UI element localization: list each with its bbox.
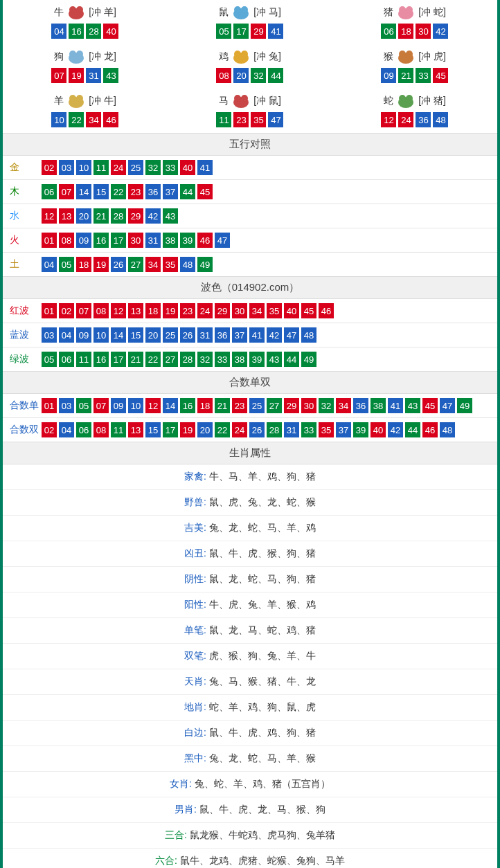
number-ball: 25: [249, 398, 265, 413]
number-ball: 18: [76, 257, 91, 272]
number-ball: 48: [440, 422, 455, 437]
number-ball: 04: [51, 24, 66, 39]
svg-point-5: [241, 6, 248, 13]
attr-val: 牛、虎、兔、羊、猴、鸡: [209, 599, 316, 610]
number-ball: 22: [111, 184, 126, 199]
ox-icon: [65, 4, 87, 21]
number-ball: 05: [59, 257, 74, 272]
attr-key: 阴性:: [184, 573, 206, 584]
number-ball: 38: [232, 352, 247, 367]
table-row: 红波 0102070812131819232429303435404546: [3, 299, 497, 323]
number-ball: 30: [301, 398, 316, 413]
svg-point-19: [69, 95, 76, 102]
number-ball: 35: [319, 422, 334, 437]
horse-icon: [230, 93, 252, 109]
zodiac-balls: 04162840: [3, 24, 168, 39]
number-ball: 34: [145, 257, 161, 272]
number-ball: 13: [128, 422, 143, 437]
number-ball: 47: [284, 327, 299, 343]
zodiac-name: 蛇: [384, 95, 393, 107]
zodiac-chong: [冲 虎]: [418, 51, 446, 63]
number-ball: 43: [163, 208, 178, 224]
number-ball: 32: [145, 160, 161, 175]
attr-val: 鼠、龙、蛇、马、狗、猪: [209, 573, 316, 584]
monkey-icon: [395, 48, 417, 65]
number-ball: 12: [42, 208, 57, 224]
number-ball: 40: [284, 303, 299, 318]
attr-val: 鼠、牛、虎、猴、狗、猪: [209, 548, 316, 559]
number-ball: 32: [251, 68, 266, 83]
number-ball: 08: [59, 233, 74, 248]
zodiac-balls: 08203244: [168, 68, 332, 83]
number-ball: 42: [145, 208, 161, 224]
number-ball: 45: [197, 184, 213, 199]
row-label: 木: [10, 186, 42, 198]
number-ball: 19: [93, 257, 109, 272]
zodiac-name: 羊: [54, 95, 64, 107]
number-ball: 15: [93, 184, 109, 199]
attr-key: 地肖:: [184, 701, 206, 712]
attr-key: 吉美:: [184, 522, 206, 533]
zodiac-name: 狗: [54, 51, 64, 63]
row-balls: 05061116172122272832333839434449: [42, 352, 316, 367]
number-ball: 39: [180, 233, 195, 248]
number-ball: 19: [69, 68, 84, 83]
number-ball: 09: [76, 233, 91, 248]
attr-val: 蛇、羊、鸡、狗、鼠、虎: [209, 701, 316, 712]
number-ball: 11: [216, 112, 231, 127]
number-ball: 44: [405, 422, 420, 437]
attr-row: 凶丑: 鼠、牛、虎、猴、狗、猪: [3, 541, 497, 567]
number-ball: 37: [232, 327, 247, 343]
number-ball: 12: [111, 303, 126, 318]
number-ball: 41: [388, 398, 403, 413]
table-row: 火 0108091617303138394647: [3, 228, 497, 253]
attr-row: 白边: 鼠、牛、虎、鸡、狗、猪: [3, 721, 497, 746]
zodiac-name: 牛: [54, 6, 64, 19]
number-ball: 42: [267, 327, 282, 343]
svg-point-7: [399, 6, 406, 13]
zodiac-balls: 12243648: [332, 112, 497, 127]
number-ball: 45: [422, 398, 438, 413]
number-ball: 38: [370, 398, 386, 413]
number-ball: 30: [128, 233, 143, 248]
number-ball: 17: [163, 422, 178, 437]
number-ball: 27: [267, 398, 282, 413]
number-ball: 18: [398, 24, 413, 39]
row-balls: 0108091617303138394647: [42, 233, 230, 248]
number-ball: 23: [128, 184, 143, 199]
zodiac-name: 马: [219, 95, 229, 107]
number-ball: 33: [301, 422, 316, 437]
attr-row: 男肖: 鼠、牛、虎、龙、马、猴、狗: [3, 797, 497, 823]
attr-key: 黑中:: [184, 752, 206, 763]
svg-point-1: [69, 6, 76, 13]
number-ball: 16: [93, 233, 109, 248]
number-ball: 27: [128, 257, 143, 272]
table-row: 合数单 010305070910121416182123252729303234…: [3, 394, 497, 418]
row-label: 绿波: [10, 353, 42, 365]
number-ball: 07: [76, 303, 91, 318]
zodiac-cell: 猴 [冲 虎] 09213345: [332, 44, 497, 89]
svg-point-8: [406, 6, 413, 13]
number-ball: 37: [336, 422, 351, 437]
number-ball: 01: [42, 398, 57, 413]
number-ball: 12: [381, 112, 396, 127]
number-ball: 44: [284, 352, 299, 367]
attr-key: 女肖:: [170, 778, 192, 789]
number-ball: 29: [128, 208, 143, 224]
number-ball: 21: [93, 208, 109, 224]
number-ball: 28: [111, 208, 126, 224]
attr-key: 阳性:: [184, 599, 206, 610]
number-ball: 35: [267, 303, 282, 318]
attr-row: 天肖: 兔、马、猴、猪、牛、龙: [3, 669, 497, 695]
goat-icon: [65, 93, 87, 109]
number-ball: 34: [336, 398, 351, 413]
number-ball: 07: [59, 184, 74, 199]
number-ball: 41: [268, 24, 283, 39]
number-ball: 48: [180, 257, 195, 272]
number-ball: 31: [86, 68, 101, 83]
number-ball: 43: [267, 352, 282, 367]
number-ball: 07: [51, 68, 66, 83]
number-ball: 21: [215, 398, 230, 413]
number-ball: 13: [128, 303, 143, 318]
number-ball: 15: [145, 422, 161, 437]
